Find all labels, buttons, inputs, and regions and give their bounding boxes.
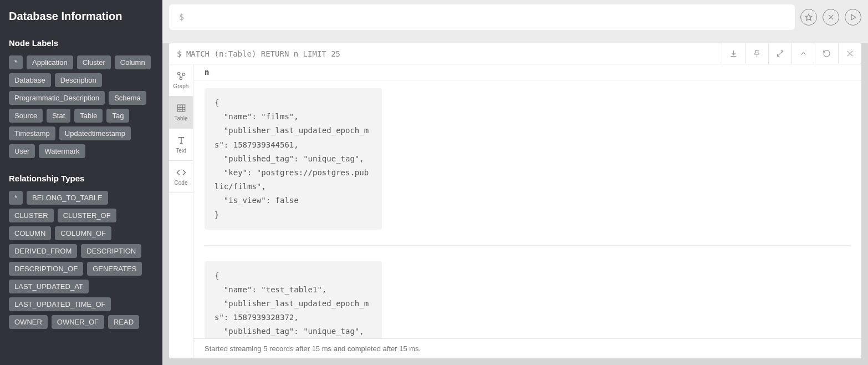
relationship-type-pill[interactable]: * [9, 191, 23, 205]
relationship-type-pill[interactable]: BELONG_TO_TABLE [27, 191, 108, 205]
svg-marker-3 [851, 14, 856, 19]
download-button[interactable] [722, 43, 745, 64]
table-row: { "name": "test_table1", "publisher_last… [205, 261, 382, 338]
executed-query: $ MATCH (n:Table) RETURN n LIMIT 25 [169, 49, 722, 58]
node-label-pill[interactable]: Stat [47, 109, 70, 123]
table-row: { "name": "films", "publisher_last_updat… [205, 88, 382, 230]
query-input-wrap[interactable]: $ [169, 4, 795, 30]
close-icon [846, 49, 854, 58]
tab-graph[interactable]: Graph [169, 64, 193, 97]
pin-icon [753, 49, 761, 58]
node-label-pill[interactable]: Timestamp [9, 126, 55, 140]
query-input[interactable] [188, 12, 785, 22]
svg-marker-0 [805, 14, 812, 21]
node-label-pill[interactable]: Cluster [77, 55, 111, 69]
result-header-actions [722, 43, 861, 64]
node-label-pill[interactable]: Updatedtimestamp [59, 126, 131, 140]
star-icon [805, 13, 813, 21]
sidebar: Database Information Node Labels *Applic… [0, 0, 162, 365]
relationship-type-pill[interactable]: LAST_UPDATED_AT [9, 280, 89, 293]
view-tabs: Graph Table Text Code [169, 64, 193, 358]
svg-line-9 [180, 74, 181, 77]
relationship-type-pill[interactable]: READ [108, 315, 139, 329]
relationship-type-pill[interactable]: COLUMN [9, 226, 51, 240]
relationship-type-pill[interactable]: CLUSTER_OF [58, 209, 116, 222]
node-label-pill[interactable]: Tag [106, 109, 129, 123]
node-labels-heading: Node Labels [9, 38, 154, 48]
records-list: { "name": "films", "publisher_last_updat… [193, 80, 861, 338]
tab-code-label: Code [175, 180, 188, 186]
main-area: $ $ MATCH (n:Table) RETURN n LIMIT 25 [162, 0, 868, 365]
result-header: $ MATCH (n:Table) RETURN n LIMIT 25 [169, 43, 861, 64]
relationship-type-pill[interactable]: DESCRIPTION [81, 244, 141, 258]
clear-button[interactable] [823, 9, 839, 26]
node-label-pill[interactable]: Schema [109, 91, 146, 105]
query-prompt: $ [179, 12, 184, 22]
svg-point-7 [182, 73, 185, 76]
expand-icon [776, 49, 784, 58]
run-button[interactable] [845, 9, 861, 26]
relationship-type-pill[interactable]: OWNER [9, 315, 48, 329]
x-icon [827, 13, 835, 21]
relationship-type-pill[interactable]: DERIVED_FROM [9, 244, 77, 258]
collapse-button[interactable] [792, 43, 815, 64]
text-icon [176, 135, 186, 145]
play-icon [849, 13, 857, 21]
relationship-types-group: *BELONG_TO_TABLECLUSTERCLUSTER_OFCOLUMNC… [9, 191, 154, 329]
result-body: Graph Table Text Code n { "name": "films… [169, 64, 861, 358]
sidebar-title: Database Information [9, 10, 154, 23]
node-label-pill[interactable]: Table [74, 109, 103, 123]
expand-button[interactable] [768, 43, 792, 64]
download-icon [729, 49, 738, 58]
favorite-button[interactable] [800, 9, 817, 26]
svg-rect-11 [177, 105, 185, 111]
code-icon [176, 168, 186, 178]
relationship-type-pill[interactable]: CLUSTER [9, 209, 54, 222]
tab-graph-label: Graph [173, 83, 189, 89]
relationship-type-pill[interactable]: COLUMN_OF [55, 226, 111, 240]
status-bar: Started streaming 5 records after 15 ms … [193, 338, 861, 358]
tab-text[interactable]: Text [169, 129, 193, 161]
node-label-pill[interactable]: Source [9, 109, 43, 123]
table-icon [176, 103, 186, 113]
relationship-types-heading: Relationship Types [9, 174, 154, 183]
relationship-type-pill[interactable]: OWNER_OF [52, 315, 104, 329]
relationship-type-pill[interactable]: LAST_UPDATED_TIME_OF [9, 297, 111, 311]
relationship-type-pill[interactable]: GENERATES [87, 262, 142, 276]
node-label-pill[interactable]: Column [115, 55, 151, 69]
relationship-type-pill[interactable]: DESCRIPTION_OF [9, 262, 83, 276]
node-label-pill[interactable]: Database [9, 73, 51, 87]
column-header: n [193, 64, 861, 80]
tab-text-label: Text [176, 148, 186, 154]
tab-table-label: Table [175, 115, 188, 121]
node-label-pill[interactable]: Description [55, 73, 102, 87]
query-bar: $ [162, 0, 868, 43]
close-result-button[interactable] [838, 43, 861, 64]
node-labels-group: *ApplicationClusterColumnDatabaseDescrip… [9, 55, 154, 158]
record-divider [205, 245, 850, 246]
node-label-pill[interactable]: Application [27, 55, 73, 69]
graph-icon [176, 71, 186, 81]
result-panel: $ MATCH (n:Table) RETURN n LIMIT 25 [169, 43, 861, 358]
node-label-pill[interactable]: User [9, 144, 35, 158]
tab-code[interactable]: Code [169, 161, 193, 193]
svg-line-10 [181, 75, 182, 78]
rerun-button[interactable] [815, 43, 838, 64]
node-label-pill[interactable]: * [9, 55, 23, 69]
executed-query-text: MATCH (n:Table) RETURN n LIMIT 25 [186, 49, 340, 58]
node-label-pill[interactable]: Watermark [39, 144, 85, 158]
node-label-pill[interactable]: Programmatic_Description [9, 91, 105, 105]
chevron-up-icon [799, 49, 808, 58]
refresh-icon [823, 49, 831, 58]
tab-table[interactable]: Table [169, 97, 193, 129]
pin-button[interactable] [745, 43, 768, 64]
executed-prompt: $ [177, 49, 181, 58]
result-content: n { "name": "films", "publisher_last_upd… [193, 64, 861, 358]
